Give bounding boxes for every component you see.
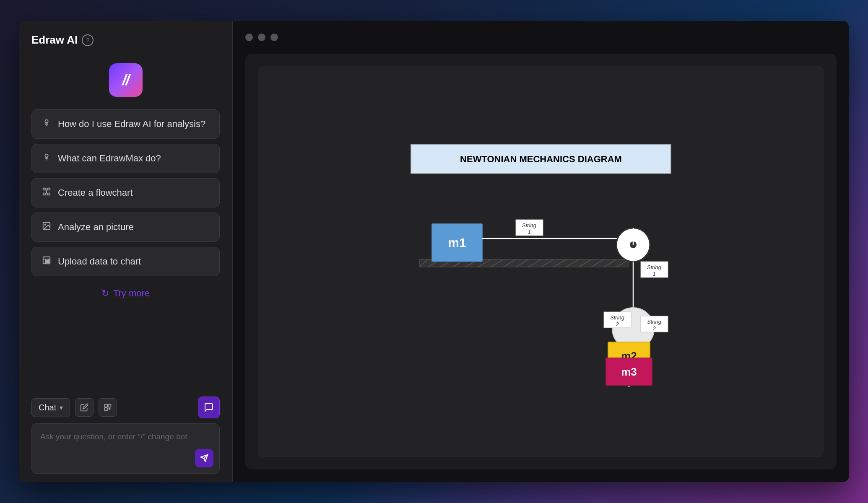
app-window: Edraw AI ? // How do I use Edraw AI for … (19, 21, 849, 482)
svg-rect-5 (47, 193, 50, 195)
menu-item-label-upload: Upload data to chart (58, 256, 141, 267)
ai-action-btn[interactable] (198, 397, 220, 418)
flowchart-icon (42, 187, 51, 199)
add-icon-btn[interactable] (99, 398, 117, 417)
picture-icon (42, 221, 51, 233)
svg-text:m3: m3 (621, 366, 637, 378)
right-panel: NEWTONIAN MECHANICS DIAGRAM (233, 21, 849, 482)
svg-rect-2 (43, 188, 46, 190)
chart-icon (42, 256, 51, 267)
svg-text:String: String (610, 314, 625, 321)
panel-header: Edraw AI ? (19, 21, 232, 55)
app-logo: // (109, 63, 143, 97)
lightbulb-icon-1 (42, 118, 51, 130)
help-icon[interactable]: ? (82, 34, 94, 46)
menu-item-analyze-picture[interactable]: Analyze an picture (31, 213, 220, 242)
left-panel: Edraw AI ? // How do I use Edraw AI for … (19, 21, 233, 482)
lightbulb-icon-2 (42, 153, 51, 164)
svg-rect-16 (105, 404, 108, 407)
edit-icon-btn[interactable] (75, 398, 94, 417)
svg-point-0 (45, 120, 48, 123)
svg-rect-14 (47, 261, 48, 263)
menu-item-label-edrawmax: What can EdrawMax do? (58, 153, 161, 164)
menu-item-label-analyze: Analyze an picture (58, 222, 134, 233)
diagram-container: NEWTONIAN MECHANICS DIAGRAM (245, 54, 837, 469)
diagram-inner: NEWTONIAN MECHANICS DIAGRAM (258, 66, 824, 457)
window-dot-3 (270, 34, 278, 41)
svg-text:String: String (522, 222, 537, 228)
menu-item-edrawmax[interactable]: What can EdrawMax do? (31, 144, 220, 173)
svg-text:1: 1 (652, 271, 655, 277)
menu-item-label-flowchart: Create a flowchart (58, 187, 133, 198)
menu-item-label-analysis: How do I use Edraw AI for analysis? (58, 119, 205, 130)
svg-point-1 (45, 154, 48, 157)
svg-text:m1: m1 (448, 236, 466, 249)
menu-item-flowchart[interactable]: Create a flowchart (31, 178, 220, 207)
svg-text:2: 2 (652, 325, 656, 332)
svg-rect-17 (108, 404, 111, 407)
input-controls: Chat ▾ (31, 397, 220, 418)
logo-symbol: // (122, 71, 129, 89)
send-button[interactable] (195, 449, 213, 467)
svg-rect-15 (48, 260, 49, 262)
chat-input-area[interactable]: Ask your question, or enter "/" change b… (31, 423, 220, 474)
chat-select-label: Chat (39, 403, 56, 412)
svg-rect-18 (105, 408, 108, 411)
logo-area: // (19, 55, 232, 109)
svg-text:String: String (647, 319, 662, 325)
svg-rect-4 (43, 193, 46, 195)
menu-items: How do I use Edraw AI for analysis? What… (19, 109, 232, 276)
svg-text:String: String (647, 264, 662, 270)
chat-select[interactable]: Chat ▾ (31, 398, 70, 417)
diagram-title: NEWTONIAN MECHANICS DIAGRAM (460, 154, 622, 164)
svg-point-10 (44, 224, 46, 225)
bottom-bar: Chat ▾ Ask your question, or enter "/" c… (19, 397, 232, 474)
refresh-icon: ↻ (101, 288, 109, 299)
try-more-label: Try more (113, 288, 150, 299)
svg-text:2: 2 (615, 321, 619, 327)
chat-input-placeholder: Ask your question, or enter "/" change b… (40, 432, 187, 441)
chevron-down-icon: ▾ (60, 404, 63, 412)
newtonian-diagram: NEWTONIAN MECHANICS DIAGRAM (377, 136, 704, 387)
svg-rect-3 (47, 188, 50, 190)
try-more-button[interactable]: ↻ Try more (19, 280, 232, 307)
svg-text:1: 1 (528, 229, 530, 235)
menu-item-analysis[interactable]: How do I use Edraw AI for analysis? (31, 109, 220, 139)
window-dot-1 (245, 34, 253, 41)
window-controls (245, 34, 837, 41)
menu-item-upload-chart[interactable]: Upload data to chart (31, 247, 220, 276)
window-dot-2 (258, 34, 265, 41)
panel-title: Edraw AI (31, 34, 78, 47)
